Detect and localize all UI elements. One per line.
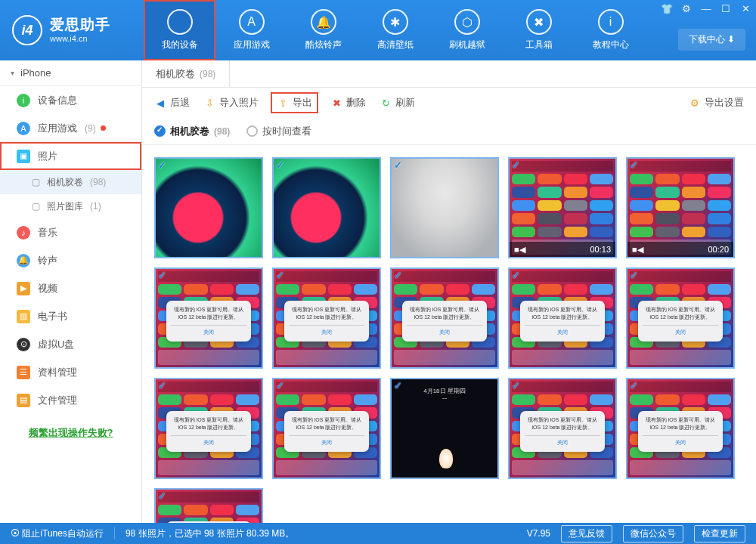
photo-thumbnail[interactable]: ✓现有新的 iOS 更新可用。请从 iOS 12 beta 版进行更新。关闭: [272, 378, 381, 479]
nav-高清壁纸[interactable]: ✱高清壁纸: [359, 0, 431, 60]
video-overlay: ■◀00:20: [627, 242, 733, 257]
refresh-button[interactable]: ↻刷新: [380, 96, 415, 110]
download-center-button[interactable]: 下载中心 ⬇: [678, 29, 745, 51]
ios-popup: 现有新的 iOS 更新可用。请从 iOS 12 beta 版进行更新。关闭: [638, 301, 723, 342]
top-nav: 我的设备A应用游戏🔔酷炫铃声✱高清壁纸⬡刷机越狱✖工具箱i教程中心: [144, 0, 646, 60]
sidebar-icon: ⊙: [17, 338, 30, 351]
help-link[interactable]: 频繁出现操作失败?: [11, 426, 131, 440]
ios-popup: 现有新的 iOS 更新可用。请从 iOS 12 beta 版进行更新。关闭: [520, 411, 605, 452]
device-selector[interactable]: ▾ iPhone: [0, 60, 141, 86]
photo-thumbnail[interactable]: ✓现有新的 iOS 更新可用。请从 iOS 12 beta 版进行更新。关闭: [154, 488, 263, 523]
nav-icon: [167, 9, 193, 35]
sidebar-item-电子书[interactable]: ▥电子书: [0, 302, 141, 330]
tab-camera-roll[interactable]: 相机胶卷 (98): [142, 60, 230, 87]
selection-info: 98 张照片，已选中 98 张照片 80.39 MB。: [125, 527, 294, 540]
photo-thumbnail[interactable]: ✓现有新的 iOS 更新可用。请从 iOS 12 beta 版进行更新。关闭: [508, 267, 617, 369]
sidebar-item-资料管理[interactable]: ☰资料管理: [0, 358, 141, 386]
nav-我的设备[interactable]: 我的设备: [144, 0, 215, 60]
filter-by-time[interactable]: 按时间查看: [246, 125, 311, 138]
delete-button[interactable]: ✖删除: [330, 96, 366, 110]
photo-thumbnail[interactable]: ✓■◀00:20: [626, 157, 735, 258]
photo-thumbnail[interactable]: ✓: [154, 157, 263, 258]
sidebar-icon: ☰: [17, 366, 30, 379]
settings-icon[interactable]: ⚙: [680, 3, 692, 14]
sidebar-item-视频[interactable]: ▶视频: [0, 274, 141, 302]
sidebar-icon: 🔔: [17, 254, 30, 267]
minimize-icon[interactable]: —: [700, 3, 712, 14]
logo-icon: i4: [12, 15, 42, 45]
sidebar-item-虚拟U盘[interactable]: ⊙虚拟U盘: [0, 330, 141, 358]
ios-popup: 现有新的 iOS 更新可用。请从 iOS 12 beta 版进行更新。关闭: [284, 411, 369, 452]
photo-thumbnail[interactable]: ✓■◀00:13: [508, 157, 617, 258]
sidebar-item-文件管理[interactable]: ▤文件管理: [0, 386, 141, 414]
check-icon: ✓: [394, 270, 402, 281]
sidebar-item-照片[interactable]: ▣照片: [0, 142, 141, 170]
app-logo: i4 爱思助手 www.i4.cn: [0, 15, 144, 45]
sidebar-icon: ♪: [17, 226, 30, 240]
nav-应用游戏[interactable]: A应用游戏: [215, 0, 287, 60]
photo-thumbnail[interactable]: ✓现有新的 iOS 更新可用。请从 iOS 12 beta 版进行更新。关闭: [154, 378, 263, 479]
export-button[interactable]: ⇧导出: [272, 94, 317, 112]
photo-thumbnail[interactable]: ✓: [390, 157, 499, 258]
toolbar: ◀后退 ⇩导入照片 ⇧导出 ✖删除 ↻刷新 ⚙导出设置: [142, 88, 756, 118]
filter-row: 相机胶卷 (98) 按时间查看: [142, 118, 756, 145]
photo-thumbnail[interactable]: ✓现有新的 iOS 更新可用。请从 iOS 12 beta 版进行更新。关闭: [272, 267, 381, 369]
video-overlay: ■◀00:13: [510, 242, 615, 257]
tab-bar: 相机胶卷 (98): [142, 60, 756, 88]
sidebar-icon: A: [17, 122, 30, 135]
photo-thumbnail[interactable]: ✓现有新的 iOS 更新可用。请从 iOS 12 beta 版进行更新。关闭: [508, 378, 617, 479]
close-icon[interactable]: ✕: [739, 3, 751, 14]
sidebar-item-铃声[interactable]: 🔔铃声: [0, 246, 141, 274]
app-url: www.i4.cn: [50, 34, 110, 44]
import-icon: ⇩: [203, 97, 215, 109]
photo-thumbnail[interactable]: ✓现有新的 iOS 更新可用。请从 iOS 12 beta 版进行更新。关闭: [390, 267, 499, 369]
check-update-button[interactable]: 检查更新: [694, 525, 745, 542]
check-icon: ✓: [276, 380, 284, 391]
photo-thumbnail[interactable]: ✓现有新的 iOS 更新可用。请从 iOS 12 beta 版进行更新。关闭: [626, 267, 735, 369]
maximize-icon[interactable]: ☐: [720, 3, 732, 14]
ios-popup: 现有新的 iOS 更新可用。请从 iOS 12 beta 版进行更新。关闭: [638, 411, 723, 452]
itunes-toggle[interactable]: ⦿ 阻止iTunes自动运行: [11, 527, 104, 540]
sidebar-item-设备信息[interactable]: i设备信息: [0, 86, 141, 114]
notification-dot: [101, 125, 106, 131]
photo-thumbnail[interactable]: ✓现有新的 iOS 更新可用。请从 iOS 12 beta 版进行更新。关闭: [154, 267, 263, 369]
sidebar-sub-相机胶卷[interactable]: ▢相机胶卷(98): [0, 170, 141, 194]
nav-icon: ✱: [383, 9, 408, 35]
check-icon: ✓: [512, 159, 520, 171]
nav-刷机越狱[interactable]: ⬡刷机越狱: [431, 0, 503, 60]
sidebar-item-应用游戏[interactable]: A应用游戏(9): [0, 114, 141, 142]
nav-icon: 🔔: [311, 9, 336, 35]
photo-grid-scroll[interactable]: ✓✓✓✓■◀00:13✓■◀00:20✓现有新的 iOS 更新可用。请从 iOS…: [142, 145, 756, 523]
chevron-down-icon: ▾: [11, 69, 14, 77]
gear-icon: ⚙: [689, 97, 701, 109]
filter-camera-roll[interactable]: 相机胶卷 (98): [154, 125, 230, 138]
nav-酷炫铃声[interactable]: 🔔酷炫铃声: [287, 0, 359, 60]
nav-工具箱[interactable]: ✖工具箱: [503, 0, 575, 60]
nav-icon: A: [239, 9, 265, 35]
check-icon: ✓: [158, 270, 166, 281]
shirt-icon[interactable]: 👕: [661, 3, 673, 14]
sidebar-sub-照片图库[interactable]: ▢照片图库(1): [0, 194, 141, 218]
check-icon: ✓: [630, 270, 638, 281]
sidebar-item-音乐[interactable]: ♪音乐: [0, 218, 141, 246]
nav-教程中心[interactable]: i教程中心: [575, 0, 646, 60]
import-button[interactable]: ⇩导入照片: [203, 96, 259, 110]
check-icon: ✓: [630, 380, 638, 391]
photo-thumbnail[interactable]: ✓: [272, 157, 381, 258]
export-settings-button[interactable]: ⚙导出设置: [689, 96, 744, 110]
wechat-button[interactable]: 微信公众号: [623, 525, 683, 542]
photo-thumbnail[interactable]: ✓现有新的 iOS 更新可用。请从 iOS 12 beta 版进行更新。关闭: [626, 378, 735, 479]
app-title: 爱思助手: [50, 17, 110, 34]
video-icon: ■◀: [632, 245, 643, 255]
folder-icon: ▢: [32, 201, 40, 212]
back-button[interactable]: ◀后退: [154, 96, 190, 110]
ios-popup: 现有新的 iOS 更新可用。请从 iOS 12 beta 版进行更新。关闭: [166, 411, 251, 452]
sidebar-icon: i: [17, 94, 30, 107]
delete-icon: ✖: [330, 97, 342, 109]
check-icon: ✓: [276, 270, 284, 281]
feedback-button[interactable]: 意见反馈: [561, 525, 612, 542]
content-area: 相机胶卷 (98) ◀后退 ⇩导入照片 ⇧导出 ✖删除 ↻刷新 ⚙导出设置 相机…: [142, 60, 756, 523]
photo-thumbnail[interactable]: ✓4月18日 星期四⸺: [390, 378, 499, 479]
nav-icon: ⬡: [454, 9, 480, 35]
check-icon: ✓: [512, 380, 520, 391]
